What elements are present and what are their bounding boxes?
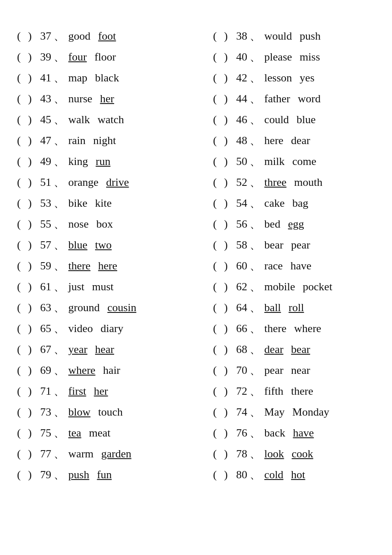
word1: nurse [68, 92, 92, 105]
word2: box [96, 218, 113, 231]
separator: 、 [54, 363, 65, 378]
paren-space: ) [219, 218, 228, 231]
paren-space: ) [219, 364, 228, 377]
word2: night [93, 134, 116, 147]
word-item: ( ) 60 、 race have [196, 255, 375, 276]
word2: cook [292, 448, 314, 460]
separator: 、 [250, 133, 261, 148]
word2: cousin [107, 301, 136, 314]
paren-open: ( [17, 197, 21, 210]
item-number: 65 [35, 322, 51, 335]
item-number: 79 [35, 468, 51, 481]
item-number: 80 [231, 468, 247, 481]
item-number: 50 [231, 155, 247, 168]
paren-open: ( [213, 197, 217, 210]
separator: 、 [54, 258, 65, 273]
word-item: ( ) 80 、 cold hot [196, 464, 375, 485]
word-item: ( ) 44 、 father word [196, 88, 375, 109]
separator: 、 [54, 467, 65, 482]
word2: pocket [303, 280, 332, 293]
item-number: 44 [231, 92, 247, 105]
word1: where [68, 364, 95, 377]
separator: 、 [250, 258, 261, 273]
word-item: ( ) 70 、 pear near [196, 360, 375, 381]
word1: mobile [264, 280, 295, 293]
separator: 、 [250, 196, 261, 211]
item-number: 52 [231, 176, 247, 189]
word2: word [298, 92, 320, 105]
separator: 、 [250, 321, 261, 336]
word2: her [100, 92, 114, 105]
word1: father [264, 92, 290, 105]
paren-space: ) [219, 113, 228, 126]
word2: push [300, 30, 320, 43]
word1: please [264, 51, 292, 64]
word1: bike [68, 197, 87, 210]
word1: there [264, 322, 286, 335]
item-number: 58 [231, 239, 247, 251]
paren-open: ( [213, 385, 217, 398]
paren-space: ) [219, 448, 228, 460]
item-number: 39 [35, 51, 51, 64]
item-number: 75 [35, 427, 51, 439]
paren-space: ) [219, 406, 228, 419]
paren-open: ( [17, 92, 21, 105]
paren-space: ) [23, 280, 32, 293]
paren-open: ( [17, 427, 21, 439]
word2: come [292, 155, 316, 168]
paren-open: ( [213, 176, 217, 189]
word-item: ( ) 75 、 tea meat [17, 422, 196, 443]
separator: 、 [250, 342, 261, 357]
separator: 、 [54, 405, 65, 419]
word2: dear [291, 134, 310, 147]
separator: 、 [54, 49, 65, 64]
item-number: 47 [35, 134, 51, 147]
item-number: 61 [35, 280, 51, 293]
word1: orange [68, 176, 98, 189]
word-item: ( ) 69 、 where hair [17, 360, 196, 381]
paren-open: ( [213, 260, 217, 272]
separator: 、 [54, 112, 65, 127]
separator: 、 [250, 300, 261, 315]
paren-open: ( [213, 113, 217, 126]
word-item: ( ) 76 、 back have [196, 422, 375, 443]
separator: 、 [250, 405, 261, 419]
paren-open: ( [17, 134, 21, 147]
paren-open: ( [17, 343, 21, 356]
item-number: 68 [231, 343, 247, 356]
paren-space: ) [23, 197, 32, 210]
paren-open: ( [213, 448, 217, 460]
item-number: 71 [35, 385, 51, 398]
separator: 、 [54, 133, 65, 148]
word2: there [291, 385, 313, 398]
word-item: ( ) 45 、 walk watch [17, 109, 196, 130]
separator: 、 [54, 446, 65, 461]
word2: bag [292, 197, 308, 210]
word2: her [94, 385, 108, 398]
word-item: ( ) 78 、 look cook [196, 443, 375, 464]
item-number: 56 [231, 218, 247, 231]
paren-open: ( [17, 260, 21, 272]
paren-space: ) [219, 92, 228, 105]
word1: race [264, 260, 282, 272]
word1: good [68, 30, 90, 43]
item-number: 64 [231, 301, 247, 314]
paren-space: ) [23, 134, 32, 147]
item-number: 63 [35, 301, 51, 314]
paren-open: ( [213, 280, 217, 293]
word-item: ( ) 61 、 just must [17, 276, 196, 297]
word2: hot [291, 468, 305, 481]
word1: bear [264, 239, 283, 251]
word-item: ( ) 55 、 nose box [17, 214, 196, 234]
word-item: ( ) 52 、 three mouth [196, 172, 375, 193]
paren-open: ( [17, 51, 21, 64]
word-item: ( ) 42 、 lesson yes [196, 67, 375, 88]
word2: two [95, 239, 112, 251]
word-item: ( ) 39 、 four floor [17, 46, 196, 67]
item-number: 78 [231, 448, 247, 460]
separator: 、 [54, 384, 65, 399]
word1: May [264, 406, 285, 419]
word1: milk [264, 155, 285, 168]
item-number: 54 [231, 197, 247, 210]
paren-open: ( [17, 385, 21, 398]
